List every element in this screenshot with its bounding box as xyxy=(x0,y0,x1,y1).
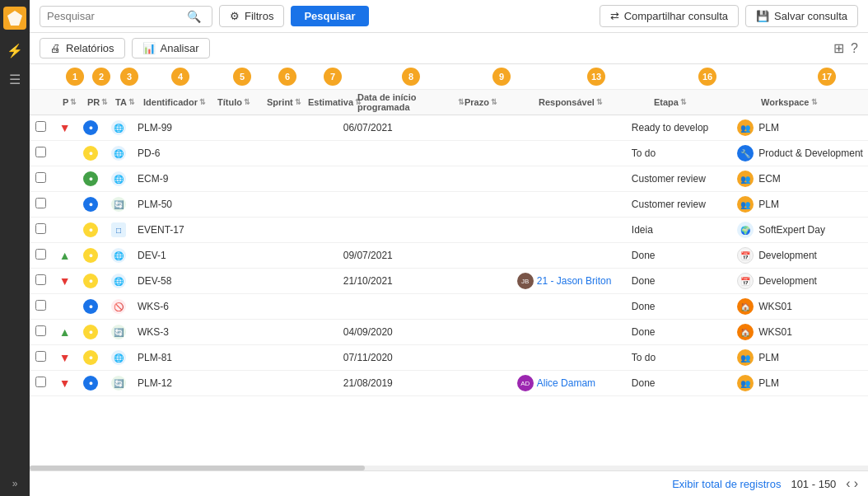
badge-6: 6 xyxy=(278,68,296,86)
reports-button[interactable]: 🖨 Relatórios xyxy=(40,38,125,58)
next-page-button[interactable]: › xyxy=(854,476,858,491)
col-header-id[interactable]: Identificador ⇅ xyxy=(143,97,217,107)
help-icon[interactable]: ? xyxy=(851,41,858,56)
workspace-cell: 👥PLM xyxy=(732,192,868,218)
badge-8: 8 xyxy=(402,68,420,86)
col-header-resp[interactable]: Responsável ⇅ xyxy=(539,97,654,107)
row-checkbox-cell xyxy=(30,218,53,243)
row-checkbox[interactable] xyxy=(35,325,46,336)
col-header-workspace[interactable]: Workspace ⇅ xyxy=(761,97,868,107)
date-cell xyxy=(338,294,442,320)
search-button[interactable]: Pesquisar xyxy=(291,6,368,26)
row-checkbox[interactable] xyxy=(35,147,46,157)
etapa-cell: Done xyxy=(627,243,732,269)
title-cell xyxy=(206,345,253,371)
ta-globe-icon: 🌐 xyxy=(111,274,126,288)
filter-button[interactable]: ⚙ Filtros xyxy=(219,5,284,27)
badge-3: 3 xyxy=(120,68,138,86)
pr-cell: ● xyxy=(77,345,105,371)
priority-down-icon: ▼ xyxy=(59,121,71,134)
workspace-cell: 👥PLM xyxy=(732,345,868,371)
save-query-button[interactable]: 💾 Salvar consulta xyxy=(745,5,858,27)
ta-cell: 🌐 xyxy=(105,141,133,166)
etapa-cell: Done xyxy=(627,320,732,345)
analyze-button[interactable]: 📊 Analisar xyxy=(132,38,210,58)
search-icon: 🔍 xyxy=(187,10,201,23)
share-query-button[interactable]: ⇄ Compartilhar consulta xyxy=(600,5,739,27)
prazo-cell xyxy=(442,320,512,345)
date-cell xyxy=(338,166,442,192)
pr-circle: ● xyxy=(83,222,98,237)
toolbar: 🖨 Relatórios 📊 Analisar ⊞ ? xyxy=(30,33,868,64)
row-checkbox[interactable] xyxy=(35,351,46,362)
row-checkbox[interactable] xyxy=(35,274,46,285)
sidebar-icon-expand[interactable]: » xyxy=(12,478,18,489)
row-checkbox-cell xyxy=(30,371,53,396)
ta-cell: 🔄 xyxy=(105,371,133,396)
sidebar-icon-menu[interactable]: ☰ xyxy=(9,72,21,87)
title-cell xyxy=(206,243,253,269)
row-checkbox[interactable] xyxy=(35,172,46,183)
ta-prohibited-icon: 🚫 xyxy=(111,299,126,314)
show-total-label[interactable]: Exibir total de registros xyxy=(672,478,781,490)
col-header-titulo[interactable]: Título ⇅ xyxy=(217,97,267,107)
id-cell: PLM-12 xyxy=(133,371,206,396)
row-checkbox[interactable] xyxy=(35,377,46,387)
toolbar-right: ⊞ ? xyxy=(833,40,858,56)
prazo-cell xyxy=(442,192,512,218)
prev-page-button[interactable]: ‹ xyxy=(846,476,850,491)
col-header-ta[interactable]: TA ⇅ xyxy=(115,97,143,107)
sidebar-icon-flash[interactable]: ⚡ xyxy=(7,43,23,58)
col-header-prazo[interactable]: Prazo ⇅ xyxy=(464,97,539,107)
pr-circle: ● xyxy=(83,299,98,314)
col-header-date[interactable]: Data de início programada ⇅ xyxy=(357,92,464,112)
ws-icon: 🏠 xyxy=(737,298,754,315)
id-cell: PD-6 xyxy=(133,141,206,166)
row-checkbox[interactable] xyxy=(35,300,46,311)
ws-icon: 🌍 xyxy=(737,222,754,238)
row-checkbox[interactable] xyxy=(35,198,46,208)
ws-icon: 🏠 xyxy=(737,324,754,340)
row-checkbox[interactable] xyxy=(35,249,46,260)
search-input[interactable] xyxy=(47,10,187,22)
columns-icon[interactable]: ⊞ xyxy=(833,40,844,56)
horizontal-scrollbar[interactable] xyxy=(30,466,868,470)
title-cell xyxy=(206,269,253,294)
col-header-etapa[interactable]: Etapa ⇅ xyxy=(654,97,761,107)
pr-cell: ● xyxy=(77,294,105,320)
save-icon: 💾 xyxy=(756,10,769,22)
sprint-cell xyxy=(252,115,291,141)
pr-cell: ● xyxy=(77,269,105,294)
col-header-p[interactable]: P ⇅ xyxy=(63,97,87,107)
id-cell: PLM-81 xyxy=(133,345,206,371)
sprint-cell xyxy=(252,218,291,243)
ta-square-icon: □ xyxy=(111,222,126,237)
filter-icon: ⚙ xyxy=(230,10,240,22)
row-checkbox[interactable] xyxy=(35,121,46,132)
table-row: ● 🔄 PLM-50 Customer review 👥PLM xyxy=(30,192,868,218)
est-cell xyxy=(292,115,338,141)
etapa-cell: To do xyxy=(627,345,732,371)
sprint-cell xyxy=(252,269,291,294)
row-checkbox[interactable] xyxy=(35,223,46,234)
col-header-sprint[interactable]: Sprint ⇅ xyxy=(267,97,308,107)
priority-cell xyxy=(53,192,77,218)
col-header-pr[interactable]: PR ⇅ xyxy=(87,97,115,107)
est-cell xyxy=(292,320,338,345)
ws-icon: 👥 xyxy=(737,171,754,187)
badge-5: 5 xyxy=(233,68,251,86)
row-checkbox-cell xyxy=(30,269,53,294)
workspace-cell: 📅Development xyxy=(732,243,868,269)
prazo-cell xyxy=(442,141,512,166)
topbar-right: ⇄ Compartilhar consulta 💾 Salvar consult… xyxy=(600,5,858,27)
id-cell: DEV-58 xyxy=(133,269,206,294)
est-cell xyxy=(292,269,338,294)
pr-cell: ● xyxy=(77,218,105,243)
pr-circle: ● xyxy=(83,274,98,288)
ta-cell: 🌐 xyxy=(105,166,133,192)
resp-cell xyxy=(512,320,627,345)
col-header-estimativa[interactable]: Estimativa ⇅ xyxy=(308,97,357,107)
table-row: ▼ ● 🌐 DEV-58 21/10/2021 JB21 - Jason Bri… xyxy=(30,269,868,294)
workspace-cell: 🌍SoftExpert Day xyxy=(732,218,868,243)
ws-icon: 👥 xyxy=(737,375,754,391)
